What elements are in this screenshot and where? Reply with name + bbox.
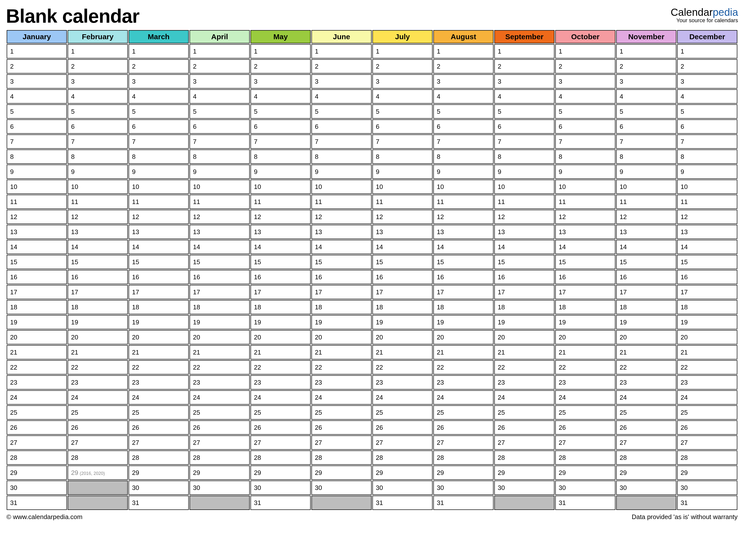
day-cell: 3 — [251, 74, 311, 88]
day-cell: 26 — [128, 420, 189, 435]
day-cell: 3 — [7, 74, 67, 88]
day-cell: 16 — [372, 270, 433, 284]
day-cell: 16 — [433, 270, 493, 284]
day-cell: 24 — [68, 390, 128, 405]
day-cell: 28 — [372, 450, 433, 465]
day-cell: 4 — [68, 89, 128, 104]
day-cell: 19 — [555, 315, 616, 329]
day-cell: 29 — [372, 465, 433, 480]
day-cell: 11 — [7, 195, 67, 209]
blank-cell — [68, 481, 128, 495]
day-cell: 22 — [677, 360, 737, 374]
day-cell: 8 — [677, 149, 737, 164]
day-cell: 27 — [311, 436, 372, 450]
day-cell: 11 — [311, 195, 372, 209]
day-cell: 19 — [372, 315, 433, 329]
day-cell: 10 — [311, 180, 372, 194]
day-row: 262626262626262626262626 — [7, 420, 737, 435]
day-cell: 23 — [555, 375, 616, 389]
day-cell: 24 — [677, 390, 737, 405]
day-cell: 10 — [372, 180, 433, 194]
day-cell: 10 — [433, 180, 493, 194]
day-cell: 25 — [433, 405, 493, 420]
day-cell: 23 — [68, 375, 128, 389]
day-cell: 22 — [433, 360, 493, 374]
day-cell: 22 — [616, 360, 676, 374]
day-cell: 13 — [68, 225, 128, 239]
day-row: 111111111111 — [7, 44, 737, 59]
day-cell: 30 — [677, 481, 737, 495]
day-cell: 18 — [494, 300, 555, 314]
month-header-april: April — [189, 30, 250, 43]
day-cell: 2 — [189, 59, 250, 74]
day-cell: 19 — [189, 315, 250, 329]
day-cell: 13 — [494, 225, 555, 239]
day-cell: 16 — [677, 270, 737, 284]
day-cell: 14 — [677, 240, 737, 254]
day-cell: 13 — [372, 225, 433, 239]
day-cell: 6 — [128, 119, 189, 134]
day-cell: 12 — [189, 210, 250, 224]
day-cell: 13 — [433, 225, 493, 239]
day-cell: 10 — [251, 180, 311, 194]
day-cell: 11 — [68, 195, 128, 209]
day-cell: 8 — [555, 149, 616, 164]
day-cell: 6 — [494, 119, 555, 134]
day-cell: 10 — [555, 180, 616, 194]
day-cell: 11 — [251, 195, 311, 209]
day-cell: 25 — [372, 405, 433, 420]
day-row: 121212121212121212121212 — [7, 210, 737, 224]
day-cell: 14 — [128, 240, 189, 254]
day-cell: 19 — [251, 315, 311, 329]
day-cell: 10 — [7, 180, 67, 194]
day-cell: 1 — [677, 44, 737, 59]
day-cell: 30 — [616, 481, 676, 495]
day-cell: 19 — [494, 315, 555, 329]
day-cell: 8 — [251, 149, 311, 164]
day-cell: 3 — [372, 74, 433, 88]
day-cell: 4 — [677, 89, 737, 104]
day-cell: 19 — [616, 315, 676, 329]
calendar-table: JanuaryFebruaryMarchAprilMayJuneJulyAugu… — [6, 29, 738, 511]
day-cell: 25 — [189, 405, 250, 420]
brand-part2: pedia — [713, 6, 738, 18]
day-cell: 20 — [128, 330, 189, 344]
day-cell: 25 — [251, 405, 311, 420]
day-cell: 2 — [311, 59, 372, 74]
day-cell: 16 — [311, 270, 372, 284]
day-cell: 4 — [494, 89, 555, 104]
day-cell: 2 — [128, 59, 189, 74]
day-cell: 25 — [616, 405, 676, 420]
day-cell: 23 — [7, 375, 67, 389]
day-cell: 17 — [555, 285, 616, 299]
day-cell: 7 — [555, 135, 616, 149]
day-cell: 1 — [128, 44, 189, 59]
blank-cell — [189, 496, 250, 510]
day-cell: 23 — [189, 375, 250, 389]
day-cell: 8 — [433, 149, 493, 164]
day-cell: 4 — [433, 89, 493, 104]
page-title: Blank calendar — [6, 5, 140, 27]
day-cell: 7 — [251, 135, 311, 149]
day-row: 222222222222 — [7, 59, 737, 74]
day-row: 252525252525252525252525 — [7, 405, 737, 420]
day-row: 31313131313131 — [7, 496, 737, 510]
day-cell: 26 — [494, 420, 555, 435]
day-cell: 7 — [616, 135, 676, 149]
month-header-december: December — [677, 30, 737, 43]
day-cell: 18 — [68, 300, 128, 314]
day-cell: 2 — [433, 59, 493, 74]
day-cell: 22 — [128, 360, 189, 374]
day-cell: 8 — [128, 149, 189, 164]
day-cell: 13 — [555, 225, 616, 239]
day-cell: 27 — [128, 436, 189, 450]
day-cell: 18 — [311, 300, 372, 314]
day-cell: 22 — [251, 360, 311, 374]
day-cell: 27 — [433, 436, 493, 450]
day-cell: 19 — [7, 315, 67, 329]
day-cell: 4 — [311, 89, 372, 104]
day-cell: 7 — [311, 135, 372, 149]
day-cell: 3 — [616, 74, 676, 88]
day-cell: 11 — [677, 195, 737, 209]
day-cell: 24 — [189, 390, 250, 405]
